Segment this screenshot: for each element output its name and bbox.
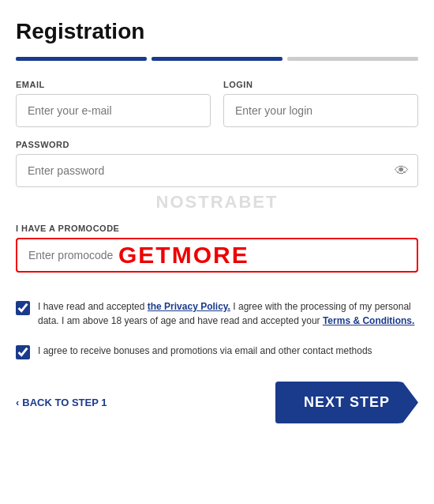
- watermark: NOSTRABET: [16, 192, 418, 213]
- bonuses-checkbox[interactable]: [16, 345, 30, 359]
- password-label: PASSWORD: [16, 140, 418, 149]
- toggle-password-icon[interactable]: 👁︎: [395, 163, 409, 179]
- email-input[interactable]: [16, 94, 211, 127]
- terms-link[interactable]: Terms & Conditions.: [323, 315, 414, 326]
- login-label: LOGIN: [223, 80, 418, 89]
- promo-group: I HAVE A PROMOCODE GETMORE: [16, 224, 418, 287]
- login-group: LOGIN: [223, 80, 418, 127]
- page-title: Registration: [16, 19, 418, 44]
- progress-segment-2: [152, 57, 282, 61]
- progress-bar: [16, 57, 418, 61]
- progress-segment-1: [16, 57, 147, 61]
- password-input[interactable]: [16, 154, 418, 187]
- promo-label: I HAVE A PROMOCODE: [16, 224, 418, 233]
- progress-segment-3: [287, 57, 418, 61]
- email-login-row: EMAIL LOGIN: [16, 80, 418, 127]
- privacy-policy-link[interactable]: the Privacy Policy.: [148, 301, 230, 312]
- login-input[interactable]: [223, 94, 418, 127]
- password-group: PASSWORD 👁︎: [16, 140, 418, 187]
- email-label: EMAIL: [16, 80, 211, 89]
- back-to-step1-button[interactable]: ‹ BACK TO STEP 1: [16, 397, 107, 408]
- next-step-button[interactable]: NEXT STEP: [275, 382, 418, 423]
- password-wrapper: 👁︎: [16, 154, 418, 187]
- bonuses-checkbox-group: I agree to receive bonuses and promotion…: [16, 344, 418, 363]
- email-group: EMAIL: [16, 80, 211, 127]
- footer-actions: ‹ BACK TO STEP 1 NEXT STEP: [16, 382, 418, 423]
- chevron-left-icon: ‹: [16, 397, 19, 408]
- bonuses-label: I agree to receive bonuses and promotion…: [38, 344, 372, 358]
- promo-input[interactable]: [16, 238, 418, 273]
- privacy-checkbox-group: I have read and accepted the Privacy Pol…: [16, 299, 418, 333]
- privacy-label: I have read and accepted the Privacy Pol…: [38, 299, 418, 328]
- back-label: BACK TO STEP 1: [22, 397, 107, 408]
- promo-wrapper: GETMORE: [16, 238, 418, 273]
- privacy-checkbox[interactable]: [16, 301, 30, 315]
